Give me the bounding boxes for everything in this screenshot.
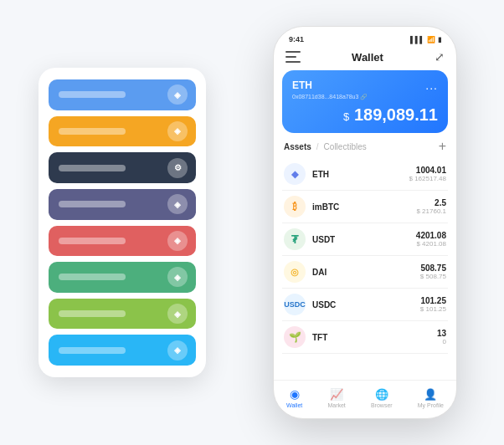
asset-row-eth[interactable]: ◆ ETH 1004.01 $ 162517.48: [282, 158, 448, 191]
tab-assets[interactable]: Assets: [284, 142, 311, 151]
usdc-name: USDC: [312, 300, 420, 309]
nav-wallet[interactable]: ◉ Wallet: [286, 387, 302, 408]
imbtc-name: imBTC: [312, 202, 416, 212]
eth-address: 0x08711d38...8418a78u3 🔗: [292, 94, 438, 100]
tab-divider: /: [316, 142, 319, 151]
nav-market[interactable]: 📈 Market: [327, 388, 345, 408]
page-title: Wallet: [301, 51, 435, 64]
strip-icon-blue2: ◈: [167, 340, 188, 361]
strip-icon-orange: ◈: [167, 121, 188, 141]
phone: 9:41 ▌▌▌ 📶 ▮ Wallet ⤢ ETH ... 0x08711d38: [273, 26, 457, 419]
battery-icon: ▮: [438, 36, 441, 43]
usdt-amount: 4201.08: [416, 231, 446, 240]
profile-nav-label: My Profile: [418, 402, 444, 408]
expand-icon[interactable]: ⤢: [435, 50, 445, 64]
tab-collectibles[interactable]: Collectibles: [324, 142, 367, 151]
menu-icon[interactable]: [285, 51, 301, 63]
browser-nav-icon: 🌐: [375, 388, 388, 401]
status-icons: ▌▌▌ 📶 ▮: [410, 36, 441, 43]
tft-icon: 🌱: [284, 326, 306, 348]
eth-balance-value: 189,089.11: [354, 105, 438, 124]
eth-values: 1004.01 $ 162517.48: [409, 166, 447, 182]
strip-label-orange: [59, 128, 126, 135]
tft-amount: 13: [437, 329, 446, 338]
eth-icon: ◆: [284, 163, 306, 185]
status-bar: 9:41 ▌▌▌ 📶 ▮: [274, 27, 456, 47]
strip-icon-red: ◈: [167, 231, 188, 251]
assets-tabs: Assets / Collectibles: [284, 142, 367, 151]
browser-nav-label: Browser: [371, 402, 393, 408]
imbtc-usd: $ 21760.1: [416, 207, 446, 215]
market-nav-icon: 📈: [330, 388, 343, 401]
wallet-nav-icon: ◉: [290, 387, 300, 401]
strip-lightgreen[interactable]: ◈: [49, 299, 196, 330]
strip-orange[interactable]: ◈: [49, 116, 196, 147]
assets-header: Assets / Collectibles +: [274, 140, 456, 158]
back-panel: ◈ ◈ ⚙ ◈ ◈ ◈ ◈ ◈: [39, 68, 206, 377]
eth-card-menu[interactable]: ...: [425, 79, 438, 92]
strip-icon-lightgreen: ◈: [167, 304, 188, 324]
dai-name: DAI: [312, 268, 420, 277]
eth-card[interactable]: ETH ... 0x08711d38...8418a78u3 🔗 $ 189,0…: [282, 70, 448, 133]
asset-row-usdc[interactable]: USDC USDC 101.25 $ 101.25: [282, 289, 448, 321]
usdt-values: 4201.08 $ 4201.08: [416, 231, 446, 248]
strip-label-blue: [59, 91, 126, 98]
scene: ◈ ◈ ⚙ ◈ ◈ ◈ ◈ ◈ 9:41: [22, 13, 482, 432]
usdc-values: 101.25 $ 101.25: [420, 296, 446, 313]
profile-nav-icon: 👤: [424, 388, 437, 401]
eth-card-label: ETH: [292, 79, 312, 91]
imbtc-values: 2.5 $ 21760.1: [416, 198, 446, 215]
dai-amount: 508.75: [420, 263, 446, 273]
strip-label-dark: [59, 165, 126, 171]
strip-label-purple: [59, 201, 126, 207]
bottom-nav: ◉ Wallet 📈 Market 🌐 Browser 👤 My Profile: [274, 380, 456, 418]
tft-name: TFT: [312, 333, 437, 342]
strip-green[interactable]: ◈: [49, 262, 196, 293]
usdt-icon: ₮: [284, 228, 306, 250]
eth-dollar-sign: $: [343, 110, 349, 123]
usdc-usd: $ 101.25: [420, 305, 446, 313]
eth-amount: 1004.01: [409, 166, 447, 175]
asset-row-usdt[interactable]: ₮ USDT 4201.08 $ 4201.08: [282, 223, 448, 256]
strip-icon-blue: ◈: [167, 84, 188, 105]
usdt-usd: $ 4201.08: [416, 240, 446, 248]
asset-row-dai[interactable]: ◎ DAI 508.75 $ 508.75: [282, 256, 448, 289]
phone-header: Wallet ⤢: [274, 47, 456, 70]
strip-icon-purple: ◈: [167, 194, 188, 214]
usdc-amount: 101.25: [420, 296, 446, 305]
signal-icon: ▌▌▌: [410, 36, 424, 43]
strip-label-red: [59, 238, 126, 244]
eth-usd: $ 162517.48: [409, 175, 447, 182]
asset-list: ◆ ETH 1004.01 $ 162517.48 ₿ imBTC 2.5 $ …: [274, 158, 456, 380]
eth-balance: $ 189,089.11: [292, 105, 438, 125]
dai-icon: ◎: [284, 261, 306, 283]
strip-purple[interactable]: ◈: [49, 189, 196, 220]
wifi-icon: 📶: [427, 36, 435, 43]
add-asset-button[interactable]: +: [439, 140, 446, 153]
usdt-name: USDT: [312, 235, 416, 244]
tft-usd: 0: [437, 338, 446, 345]
strip-label-blue2: [59, 347, 126, 354]
eth-name: ETH: [312, 170, 409, 179]
market-nav-label: Market: [327, 402, 345, 408]
imbtc-amount: 2.5: [416, 198, 446, 207]
dai-values: 508.75 $ 508.75: [420, 263, 446, 280]
nav-profile[interactable]: 👤 My Profile: [418, 388, 444, 408]
wallet-nav-label: Wallet: [286, 402, 302, 408]
usdc-icon: USDC: [284, 294, 306, 315]
strip-red[interactable]: ◈: [49, 226, 196, 257]
strip-blue[interactable]: ◈: [49, 79, 196, 110]
asset-row-imbtc[interactable]: ₿ imBTC 2.5 $ 21760.1: [282, 191, 448, 223]
strip-icon-green: ◈: [167, 267, 188, 287]
dai-usd: $ 508.75: [420, 273, 446, 280]
strip-blue2[interactable]: ◈: [49, 335, 196, 366]
strip-dark[interactable]: ⚙: [49, 152, 196, 183]
asset-row-tft[interactable]: 🌱 TFT 13 0: [282, 321, 448, 354]
strip-label-lightgreen: [59, 310, 126, 317]
tft-values: 13 0: [437, 329, 446, 345]
nav-browser[interactable]: 🌐 Browser: [371, 388, 393, 408]
strip-icon-dark: ⚙: [167, 158, 188, 178]
strip-label-green: [59, 274, 126, 280]
status-time: 9:41: [289, 35, 304, 43]
imbtc-icon: ₿: [284, 196, 306, 217]
